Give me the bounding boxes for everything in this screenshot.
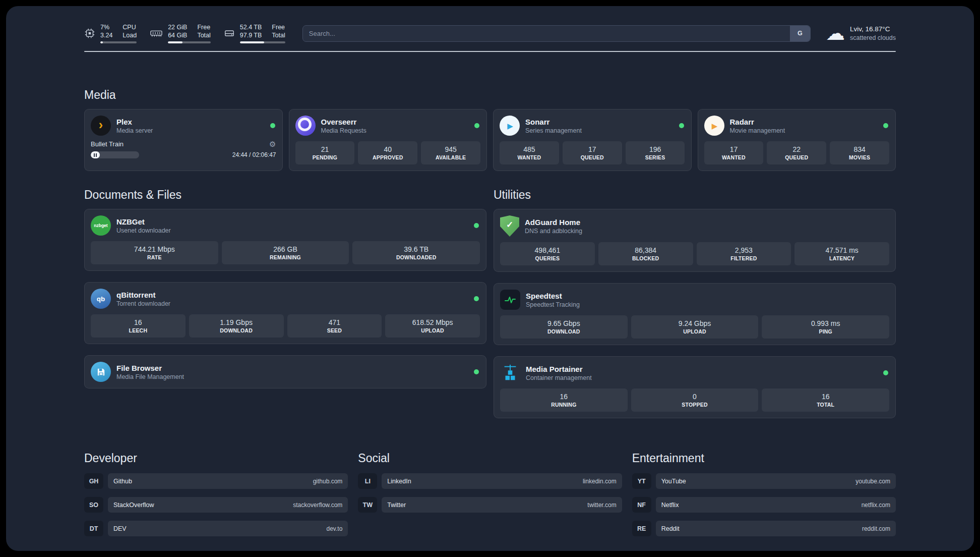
cpu-labels: CPU Load xyxy=(122,23,137,39)
bookmark-youtube[interactable]: YT YouTube youtube.com xyxy=(632,473,896,489)
stat-label: APPROVED xyxy=(373,154,403,160)
disk-labels: Free Total xyxy=(272,23,285,39)
speedtest-icon xyxy=(500,290,520,310)
plex-icon: › xyxy=(91,116,111,136)
plex-now-playing-widget: Bullet Train ⚙ 24:44 / 02:06:47 xyxy=(91,140,276,158)
topbar: 7% 3.24 CPU Load xyxy=(84,6,896,43)
bookmark-name: LinkedIn xyxy=(387,478,411,485)
playback-progress-bar[interactable] xyxy=(91,151,139,158)
stat-queued: 22 QUEUED xyxy=(767,141,826,164)
status-dot xyxy=(270,123,275,128)
memory-bar xyxy=(168,41,211,43)
stat-value: 47.571 ms xyxy=(825,246,858,254)
portainer-icon xyxy=(500,363,520,383)
stat-value: 196 xyxy=(649,145,661,153)
stat-label: QUEUED xyxy=(785,154,808,160)
disk-bar xyxy=(240,41,285,43)
stat-blocked: 86,384 BLOCKED xyxy=(598,242,693,265)
disk-values: 52.4 TB 97.9 TB xyxy=(240,23,262,39)
bookmark-github[interactable]: GH Github github.com xyxy=(84,473,348,489)
bookmark-stackoverflow[interactable]: SO StackOverflow stackoverflow.com xyxy=(84,497,348,513)
stat-label: FILTERED xyxy=(730,255,757,261)
playback-time: 24:44 / 02:06:47 xyxy=(232,151,276,158)
stat-value: 17 xyxy=(588,145,596,153)
stat-label: DOWNLOAD xyxy=(220,327,253,333)
stat-label: WANTED xyxy=(518,154,541,160)
bookmark-netflix[interactable]: NF Netflix netflix.com xyxy=(632,497,896,513)
stat-label: UPLOAD xyxy=(683,328,706,335)
bookmark-url: linkedin.com xyxy=(583,478,617,485)
bookmark-linkedin[interactable]: LI LinkedIn linkedin.com xyxy=(358,473,622,489)
bookmark-name: YouTube xyxy=(661,478,686,485)
stat-download: 1.19 Gbps DOWNLOAD xyxy=(189,314,284,338)
filebrowser-icon xyxy=(91,362,111,382)
stat-download: 9.65 Gbps DOWNLOAD xyxy=(500,315,628,339)
stat-label: AVAILABLE xyxy=(436,154,466,160)
card-adguard[interactable]: ✓ AdGuard Home DNS and adblocking 498,46… xyxy=(494,209,896,272)
cpu-load: 3.24 xyxy=(100,31,112,39)
app-name: AdGuard Home xyxy=(525,217,582,227)
stat-value: 9.24 Gbps xyxy=(679,319,711,327)
stat-value: 485 xyxy=(523,145,535,153)
stat-upload: 9.24 Gbps UPLOAD xyxy=(631,315,759,339)
section-title-developer: Developer xyxy=(84,452,348,465)
stat-value: 86,384 xyxy=(635,246,656,254)
bookmark-name: StackOverflow xyxy=(113,502,154,509)
search-container: G xyxy=(302,25,811,42)
stat-label: BLOCKED xyxy=(632,255,659,261)
bookmark-group-developer: Developer GH Github github.com SO StackO… xyxy=(84,452,348,536)
memory-values: 22 GiB 64 GiB xyxy=(168,23,187,39)
bookmark-url: stackoverflow.com xyxy=(293,502,342,509)
stat-label: QUEUED xyxy=(581,154,604,160)
bookmark-abbr: SO xyxy=(84,497,103,513)
card-qbittorrent[interactable]: qb qBittorrent Torrent downloader 16 LEE… xyxy=(84,282,486,344)
stat-label: RATE xyxy=(147,254,162,260)
stat-value: 498,461 xyxy=(535,246,561,254)
stat-value: 2,953 xyxy=(735,246,753,254)
media-grid: › Plex Media server Bullet Train ⚙ xyxy=(84,109,896,171)
stat-seed: 471 SEED xyxy=(287,314,382,338)
stat-label: MOVIES xyxy=(849,154,870,160)
bookmark-url: twitter.com xyxy=(587,502,616,509)
card-overseerr[interactable]: Overseerr Media Requests 21 PENDING 40 A… xyxy=(289,109,487,171)
bookmark-abbr: NF xyxy=(632,497,651,513)
bookmark-dev[interactable]: DT DEV dev.to xyxy=(84,521,348,536)
bookmark-url: netflix.com xyxy=(862,502,890,509)
stat-value: 945 xyxy=(445,145,456,153)
stat-label: PING xyxy=(819,328,832,335)
card-nzbget[interactable]: nzbget NZBGet Usenet downloader 744.21 M… xyxy=(84,209,486,271)
card-sonarr[interactable]: ▶ Sonarr Series management 485 WANTED 17… xyxy=(493,109,692,171)
adguard-icon: ✓ xyxy=(500,215,519,237)
stat-movies: 834 MOVIES xyxy=(830,141,889,164)
stat-leech: 16 LEECH xyxy=(91,314,186,338)
stat-value: 618.52 Mbps xyxy=(412,318,453,326)
card-radarr[interactable]: ▶ Radarr Movie management 17 WANTED 22 Q… xyxy=(698,109,896,171)
bookmark-reddit[interactable]: RE Reddit reddit.com xyxy=(632,521,896,536)
resource-memory: 22 GiB 64 GiB Free Total xyxy=(150,23,211,43)
bookmark-twitter[interactable]: TW Twitter twitter.com xyxy=(358,497,622,513)
card-speedtest[interactable]: Speedtest Speedtest Tracking 9.65 Gbps D… xyxy=(494,283,896,345)
search-input[interactable] xyxy=(302,25,811,42)
status-dot xyxy=(883,123,888,128)
app-subtitle: Media Requests xyxy=(321,127,366,135)
card-filebrowser[interactable]: File Browser Media File Management xyxy=(84,355,486,388)
card-plex[interactable]: › Plex Media server Bullet Train ⚙ xyxy=(84,109,283,171)
card-portainer[interactable]: Media Portainer Container management 16 … xyxy=(494,356,896,418)
stat-value: 0.993 ms xyxy=(811,319,840,327)
search-provider-button[interactable]: G xyxy=(790,26,810,41)
gear-icon[interactable]: ⚙ xyxy=(269,140,276,148)
stat-value: 16 xyxy=(560,393,568,401)
stat-label: UPLOAD xyxy=(421,327,444,333)
bookmark-abbr: LI xyxy=(358,473,377,489)
stat-series: 196 SERIES xyxy=(626,141,685,164)
memory-total: 64 GiB xyxy=(168,31,187,39)
stat-value: 21 xyxy=(321,145,329,153)
pause-button[interactable] xyxy=(91,151,100,158)
app-subtitle: Usenet downloader xyxy=(116,227,171,235)
stat-label: TOTAL xyxy=(817,402,834,408)
bookmark-abbr: TW xyxy=(358,497,377,513)
resource-widgets: 7% 3.24 CPU Load xyxy=(84,23,285,43)
bookmark-abbr: DT xyxy=(84,521,103,536)
cpu-usage: 7% xyxy=(100,23,112,31)
section-title-social: Social xyxy=(358,452,622,465)
